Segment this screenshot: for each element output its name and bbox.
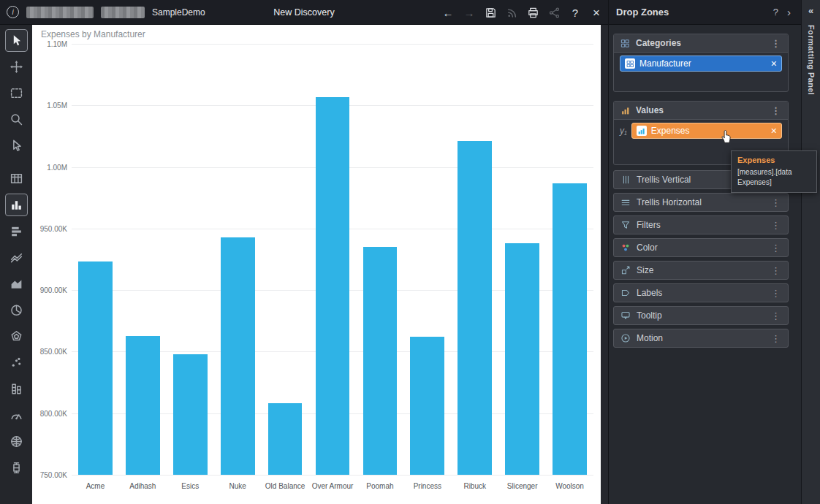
select-cursor-icon[interactable] [5,29,28,52]
chart-canvas[interactable]: Expenses by Manufacturer 1.10M1.05M1.00M… [32,25,601,504]
bar-esics[interactable] [173,354,208,475]
drop-zone-row-tooltip[interactable]: Tooltip⋮ [613,306,789,325]
chevron-right-icon[interactable]: › [784,6,794,18]
map-chart-icon[interactable] [5,430,28,453]
field-tooltip-title: Expenses [737,156,810,164]
bar-nuke[interactable] [221,237,255,475]
print-icon[interactable] [525,5,540,20]
manufacturer-pill[interactable]: Manufacturer × [620,56,782,72]
grid-icon [625,58,635,69]
top-toolbar: i SampleDemo New Discovery ← → [0,0,608,25]
close-icon[interactable]: × [589,5,604,20]
bar-over-armour[interactable] [316,97,350,476]
bar-ribuck[interactable] [458,141,492,475]
drop-zone-row-size[interactable]: Size⋮ [613,261,789,280]
gauge-chart-icon[interactable] [5,404,28,427]
pointer-tool-icon[interactable] [5,134,28,157]
pie-chart-icon[interactable] [5,299,28,321]
redacted-box [26,7,94,18]
drop-zones-panel: Drop Zones ? › Categories ⋮ Manufacturer… [608,0,801,504]
zone-row-label: Size [637,265,653,275]
marquee-select-icon[interactable] [5,82,28,104]
horizontal-bar-chart-icon[interactable] [5,220,28,243]
expenses-pill[interactable]: Expenses × [631,123,782,139]
bar-poomah[interactable] [363,247,398,475]
remove-field-icon[interactable]: × [767,58,777,69]
x-axis-category-label: Acme [86,482,105,490]
formatting-panel-strip[interactable]: « Formatting Panel [801,0,820,504]
kebab-menu-icon[interactable]: ⋮ [770,198,782,207]
bar-woolson[interactable] [553,183,587,476]
x-axis-category-label: Old Balance [265,482,305,490]
bar-old-balance[interactable] [268,403,303,475]
kebab-menu-icon[interactable]: ⋮ [770,221,782,230]
plot-area: 1.10M1.05M1.00M950.00K900.00K850.00K800.… [72,44,593,475]
kebab-menu-icon[interactable]: ⋮ [770,334,782,343]
expand-panel-icon[interactable]: « [802,5,820,16]
radar-chart-icon[interactable] [5,325,28,348]
redo-forward-icon[interactable]: → [462,5,477,20]
labels-icon [620,287,631,299]
color-icon [620,242,631,253]
share-icon[interactable] [547,5,561,20]
feed-rss-icon[interactable] [504,5,519,20]
info-icon[interactable]: i [7,6,19,18]
bar-adihash[interactable] [126,336,160,475]
y-axis-tick-label: 1.00M [34,163,67,171]
table-chart-icon[interactable] [5,167,28,190]
values-zone-header: Values ⋮ [614,102,788,120]
panel-header: Drop Zones ? › [609,0,801,25]
zone-row-label: Color [637,243,658,253]
y-axis-tick-label: 900.00K [34,286,67,294]
bar-acme[interactable] [78,261,113,475]
undo-back-icon[interactable]: ← [441,5,455,20]
formatting-panel-label: Formatting Panel [807,25,816,95]
kebab-menu-icon[interactable]: ⋮ [770,311,782,321]
drop-zone-row-color[interactable]: Color⋮ [613,238,789,257]
values-drop-area[interactable]: y₁ Expenses × [614,120,788,139]
help-icon[interactable]: ? [568,5,582,20]
y-axis-tick-label: 1.10M [34,40,67,48]
kebab-menu-icon[interactable]: ⋮ [770,39,782,48]
x-axis-category-label: Poomah [366,482,393,490]
bars-icon [637,126,647,136]
zone-row-label: Motion [637,333,663,343]
zone-row-label: Trellis Vertical [637,175,691,185]
drop-zone-row-filters[interactable]: Filters⋮ [613,215,789,234]
categories-zone: Categories ⋮ Manufacturer × [613,34,789,92]
kebab-menu-icon[interactable]: ⋮ [770,106,782,115]
drop-zone-row-trellis-horizontal[interactable]: Trellis Horizontal⋮ [613,193,789,212]
kebab-menu-icon[interactable]: ⋮ [770,289,782,298]
bar-chart-icon[interactable] [5,194,28,216]
move-tool-icon[interactable] [5,56,28,78]
bar-slicenger[interactable] [505,243,539,475]
zoom-tool-icon[interactable] [5,108,28,131]
line-chart-icon[interactable] [5,246,28,269]
remove-field-icon[interactable]: × [767,126,777,136]
bar-princess[interactable] [410,337,444,475]
stacked-bar-chart-icon[interactable] [5,378,28,400]
panel-help-icon[interactable]: ? [767,7,784,18]
zone-title: Values [636,105,664,115]
y1-axis-label: y₁ [620,126,627,136]
panel-title: Drop Zones [616,7,669,18]
kebab-menu-icon[interactable]: ⋮ [770,266,782,275]
zone-row-label: Trellis Horizontal [637,197,702,207]
scatter-chart-icon[interactable] [5,351,28,374]
save-icon[interactable] [483,5,498,20]
zone-title: Categories [636,38,681,48]
zone-row-label: Tooltip [637,310,662,321]
redacted-box [101,7,145,18]
x-axis-category-label: Princess [414,482,441,490]
drop-zone-row-labels[interactable]: Labels⋮ [613,283,789,302]
field-tooltip-line: [measures].[data [737,167,810,177]
kebab-menu-icon[interactable]: ⋮ [770,243,782,253]
boxplot-chart-icon[interactable] [5,457,28,479]
area-chart-icon[interactable] [5,272,28,295]
x-axis-category-label: Over Armour [312,482,354,490]
pill-label: Expenses [651,126,690,136]
x-axis-category-label: Woolson [555,482,584,490]
drop-zone-row-motion[interactable]: Motion⋮ [613,329,789,348]
categories-drop-area[interactable]: Manufacturer × [614,53,788,72]
x-axis-category-label: Adihash [129,482,156,490]
